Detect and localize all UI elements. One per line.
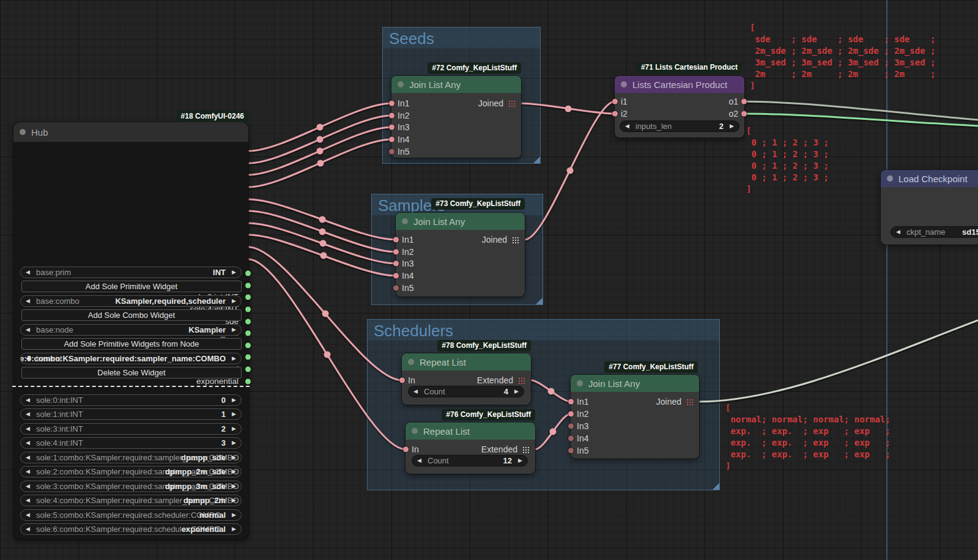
output-slot[interactable]: o1	[621, 96, 738, 107]
combo-left-arrow-icon[interactable]: ◀	[413, 388, 418, 394]
input-pin[interactable]	[612, 99, 618, 105]
input-slot[interactable]: In2	[577, 408, 693, 419]
input-pin[interactable]	[389, 149, 395, 155]
node-join-list-any-73[interactable]: Join List Any In1 In2 In3 In4 In5 Joined	[396, 213, 525, 297]
output-pin[interactable]	[245, 343, 251, 348]
input-pin[interactable]	[389, 137, 395, 142]
input-pin[interactable]	[393, 261, 399, 267]
combo-left-arrow-icon[interactable]: ◀	[26, 512, 30, 518]
count-widget[interactable]: ◀ Count12 ▶	[412, 455, 528, 466]
sole-widget-7[interactable]: ◀ sole:4:combo:KSampler:required:sampler…	[20, 495, 242, 506]
input-pin[interactable]	[389, 113, 395, 119]
output-pin[interactable]	[245, 283, 251, 289]
output-slot[interactable]: o2	[621, 108, 738, 119]
node-hub-header[interactable]: Hub	[13, 122, 248, 142]
combo-right-arrow-icon[interactable]: ▶	[232, 411, 236, 417]
node-header[interactable]: Repeat List	[402, 353, 531, 370]
add-sole-combo-widget-button[interactable]: Add Sole Combo Widget	[21, 309, 242, 321]
output-pin[interactable]	[245, 331, 251, 336]
node-header[interactable]: Join List Any	[571, 375, 699, 392]
input-pin[interactable]	[389, 125, 395, 130]
node-graph-canvas[interactable]: Seeds Samplers Schedulers	[0, 0, 978, 560]
collapse-dot-icon[interactable]	[577, 380, 583, 386]
combo-left-arrow-icon[interactable]: ◀	[26, 411, 30, 417]
combo-left-arrow-icon[interactable]: ◀	[625, 123, 629, 129]
node-header[interactable]: Lists Cartesian Product	[615, 76, 744, 93]
combo-right-arrow-icon[interactable]: ▶	[232, 440, 236, 446]
ckpt-name-widget[interactable]: ◀ ckpt_name sd15	[891, 226, 978, 238]
input-pin[interactable]	[568, 436, 574, 441]
combo-right-arrow-icon[interactable]: ▶	[232, 269, 236, 275]
output-pin[interactable]	[741, 99, 747, 105]
sole-widget-0[interactable]: ◀ sole:0:int:INT0 ▶	[20, 394, 242, 406]
collapse-dot-icon[interactable]	[402, 218, 408, 224]
input-pin[interactable]	[568, 424, 574, 429]
collapse-dot-icon[interactable]	[20, 129, 26, 135]
combo-right-arrow-icon[interactable]: ▶	[514, 388, 519, 394]
node-header[interactable]: Join List Any	[391, 76, 521, 93]
input-pin[interactable]	[568, 411, 574, 417]
combo-left-arrow-icon[interactable]: ◀	[26, 440, 30, 446]
output-slot[interactable]: Joined	[398, 98, 515, 109]
combo-right-arrow-icon[interactable]: ▶	[232, 454, 236, 460]
sole-widget-1[interactable]: ◀ sole:1:int:INT1 ▶	[20, 408, 242, 420]
collapse-dot-icon[interactable]	[398, 81, 404, 87]
node-join-list-any-72[interactable]: Join List Any In1 In2 In3 In4 In5 Joined	[391, 76, 521, 158]
sole-widget-6[interactable]: ◀ sole:3:combo:KSampler:required:sampler…	[20, 481, 242, 492]
combo-right-arrow-icon[interactable]: ▶	[232, 468, 236, 474]
sole-widget-8[interactable]: ◀ sole:5:combo:KSampler:required:schedul…	[20, 509, 242, 521]
collapse-dot-icon[interactable]	[887, 175, 893, 182]
node-hub[interactable]: Hub sole:0:int:INT sole:1:int:INT sole:3…	[13, 122, 248, 539]
combo-left-arrow-icon[interactable]: ◀	[26, 426, 30, 432]
group-resize-handle[interactable]	[533, 157, 540, 163]
combo-left-arrow-icon[interactable]: ◀	[26, 326, 30, 333]
input-pin[interactable]	[403, 447, 409, 452]
sole-widget-4[interactable]: ◀ sole:1:combo:KSampler:required:sampler…	[20, 452, 242, 463]
input-pin[interactable]	[568, 448, 574, 454]
output-slot[interactable]: Extended	[412, 444, 529, 455]
input-slot[interactable]: In5	[398, 146, 515, 157]
collapse-dot-icon[interactable]	[408, 359, 414, 365]
node-join-list-any-77[interactable]: Join List Any In1 In2 In3 In4 In5 Joined	[571, 375, 699, 459]
input-slot[interactable]: In3	[577, 421, 693, 432]
delete-sole-widget-button[interactable]: Delete Sole Widget	[21, 367, 242, 378]
combo-base-combo[interactable]: ◀ base:comboKSampler,required,scheduler …	[20, 295, 242, 307]
output-pin[interactable]	[245, 319, 251, 325]
input-pin[interactable]	[612, 111, 618, 117]
group-schedulers-title[interactable]: Schedulers	[368, 320, 719, 341]
output-pin[interactable]	[245, 367, 251, 372]
node-repeat-list-76[interactable]: Repeat List In Extended ◀ Count12 ▶	[406, 422, 535, 474]
combo-left-arrow-icon[interactable]: ◀	[26, 269, 30, 275]
collapse-dot-icon[interactable]	[621, 81, 627, 87]
combo-left-arrow-icon[interactable]: ◀	[26, 497, 30, 503]
group-resize-handle[interactable]	[713, 483, 719, 490]
node-header[interactable]: Load Checkpoint	[881, 170, 978, 187]
combo-right-arrow-icon[interactable]: ▶	[730, 123, 734, 129]
output-slot[interactable]: Joined	[402, 234, 519, 245]
input-slot[interactable]: In5	[402, 282, 519, 293]
add-sole-primitive-widget-button[interactable]: Add Sole Primitive Widget	[21, 281, 242, 292]
combo-left-arrow-icon[interactable]: ◀	[26, 397, 30, 403]
combo-right-arrow-icon[interactable]: ▶	[232, 397, 236, 403]
input-pin[interactable]	[399, 378, 405, 383]
input-pin[interactable]	[393, 273, 399, 279]
combo-left-arrow-icon[interactable]: ◀	[26, 298, 30, 304]
sole-widget-9[interactable]: ◀ sole:6:combo:KSampler:required:schedul…	[20, 523, 242, 535]
combo-right-arrow-icon[interactable]: ▶	[232, 326, 236, 333]
output-slot[interactable]: Joined	[577, 396, 693, 407]
combo-right-arrow-icon[interactable]: ▶	[232, 426, 236, 432]
output-slot[interactable]: Extended	[408, 375, 525, 386]
combo-right-arrow-icon[interactable]: ▶	[232, 355, 236, 361]
output-pin[interactable]	[245, 295, 251, 300]
node-header[interactable]: Join List Any	[396, 213, 525, 230]
input-pin[interactable]	[393, 286, 399, 291]
group-seeds-title[interactable]: Seeds	[383, 28, 540, 48]
input-pin[interactable]	[568, 399, 574, 405]
input-slot[interactable]: In4	[398, 134, 515, 145]
sole-widget-3[interactable]: ◀ sole:4:int:INT3 ▶	[20, 437, 242, 449]
combo-right-arrow-icon[interactable]: ▶	[518, 457, 522, 463]
output-pin[interactable]	[741, 111, 747, 117]
combo-right-arrow-icon[interactable]: ▶	[232, 497, 236, 503]
node-header[interactable]: Repeat List	[406, 422, 535, 440]
inputs-len-widget[interactable]: ◀ inputs_len2 ▶	[620, 120, 739, 132]
